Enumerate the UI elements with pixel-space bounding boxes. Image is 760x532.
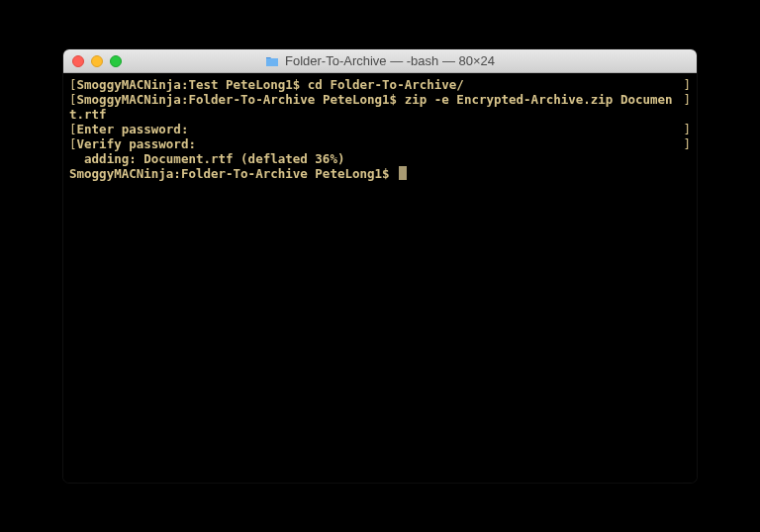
output-text: adding: Document.rtf (deflated 36%) — [69, 151, 344, 166]
terminal-line: [Verify password:] — [69, 136, 691, 151]
terminal-line: [Enter password:] — [69, 122, 691, 136]
maximize-button[interactable] — [110, 55, 122, 67]
output-text: Verify password: — [77, 136, 196, 151]
output-text: Enter password: — [77, 122, 189, 136]
minimize-button[interactable] — [91, 55, 103, 67]
left-bracket: [ — [69, 122, 77, 136]
terminal-line: SmoggyMACNinja:Folder-To-Archive PeteLon… — [69, 166, 691, 181]
right-bracket: ] — [683, 136, 691, 151]
prompt: SmoggyMACNinja:Test PeteLong1$ — [77, 77, 308, 92]
command-text: cd Folder-To-Archive/ — [308, 77, 464, 92]
terminal-line: [SmoggyMACNinja:Test PeteLong1$ cd Folde… — [69, 77, 691, 92]
command-text: zip -e Encrypted-Archive.zip Documen — [405, 92, 673, 107]
terminal-line: adding: Document.rtf (deflated 36%) — [69, 151, 691, 166]
window-controls — [63, 55, 122, 67]
window-title: Folder-To-Archive — -bash — 80×24 — [285, 53, 495, 68]
terminal-line: [SmoggyMACNinja:Folder-To-Archive PeteLo… — [69, 92, 691, 107]
left-bracket: [ — [69, 92, 77, 107]
left-bracket: [ — [69, 136, 77, 151]
window-title-wrap: Folder-To-Archive — -bash — 80×24 — [63, 53, 697, 68]
terminal-window: Folder-To-Archive — -bash — 80×24 [Smogg… — [63, 49, 697, 483]
right-bracket: ] — [683, 92, 691, 107]
right-bracket: ] — [683, 77, 691, 92]
left-bracket: [ — [69, 77, 77, 92]
terminal-line: t.rtf — [69, 107, 691, 122]
close-button[interactable] — [72, 55, 84, 67]
command-text: t.rtf — [69, 107, 107, 122]
titlebar[interactable]: Folder-To-Archive — -bash — 80×24 — [63, 49, 697, 73]
prompt: SmoggyMACNinja:Folder-To-Archive PeteLon… — [69, 166, 397, 181]
terminal-body[interactable]: [SmoggyMACNinja:Test PeteLong1$ cd Folde… — [63, 73, 697, 483]
prompt: SmoggyMACNinja:Folder-To-Archive PeteLon… — [77, 92, 405, 107]
folder-icon — [265, 55, 279, 67]
cursor — [399, 166, 407, 180]
right-bracket: ] — [683, 122, 691, 136]
